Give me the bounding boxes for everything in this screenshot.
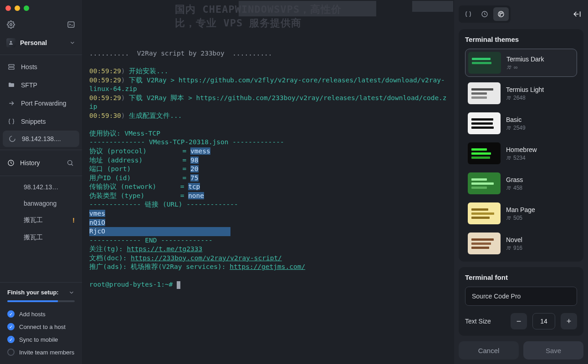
theme-name: Termius Dark: [506, 56, 544, 63]
tab-snippets[interactable]: [460, 7, 476, 21]
svg-point-0: [10, 24, 12, 26]
nav-history[interactable]: History: [0, 153, 82, 173]
settings-panel: Terminal themes Termius Dark ∞Termius Li…: [454, 0, 588, 364]
theme-item[interactable]: Grass 458: [465, 170, 577, 197]
themes-section: Terminal themes Termius Dark ∞Termius Li…: [459, 29, 583, 262]
theme-usage-count: 916: [506, 245, 522, 251]
theme-item[interactable]: Man Page 505: [465, 200, 577, 227]
svg-point-11: [501, 13, 502, 14]
cancel-button[interactable]: Cancel: [459, 341, 519, 359]
active-host-label: 98.142.138....: [22, 135, 61, 142]
svg-point-23: [507, 216, 509, 217]
window-close-button[interactable]: [5, 5, 11, 11]
link-doc[interactable]: https://233boy.com/v2ray/v2ray-script/: [131, 254, 282, 262]
terminal-icon[interactable]: [66, 20, 76, 29]
svg-rect-4: [9, 67, 14, 69]
svg-point-16: [509, 96, 511, 97]
terminal-pane[interactable]: 国内 CHEAPWINDOWSVPS，高性价比，专业 VPS 服务提供商 ...…: [82, 0, 454, 364]
theme-name: Man Page: [506, 206, 535, 213]
svg-point-9: [498, 11, 504, 17]
theme-usage-count: 458: [506, 185, 523, 191]
history-item[interactable]: banwagong: [4, 195, 82, 212]
nav-snippets[interactable]: Snippets: [0, 112, 82, 131]
theme-usage-count: 505: [506, 215, 535, 221]
link-ads[interactable]: https://getjms.com/: [230, 263, 305, 270]
svg-point-20: [509, 156, 511, 157]
nav-sftp[interactable]: SFTP: [0, 76, 82, 94]
theme-item[interactable]: Basic 2549: [465, 110, 577, 137]
theme-name: Grass: [506, 176, 523, 183]
collapse-panel-button[interactable]: [571, 8, 583, 20]
circle-icon: [7, 349, 15, 356]
theme-item[interactable]: Termius Dark ∞: [465, 49, 577, 77]
font-section: Terminal font Text Size − 14 +: [459, 267, 583, 336]
svg-point-13: [508, 66, 509, 67]
chevron-down-icon[interactable]: [68, 289, 75, 296]
svg-rect-1: [68, 22, 74, 27]
text-size-label: Text Size: [465, 318, 505, 325]
theme-thumb-icon: [468, 52, 501, 74]
tab-appearance[interactable]: [493, 7, 509, 21]
svg-point-21: [507, 186, 509, 187]
check-icon: ✓: [7, 323, 15, 330]
chevron-down-icon: [69, 40, 76, 46]
setup-item[interactable]: Invite team members: [7, 346, 75, 359]
svg-point-15: [507, 96, 509, 97]
theme-item[interactable]: Termius Light 2648: [465, 80, 577, 107]
setup-item[interactable]: ✓Add hosts: [7, 308, 75, 320]
setup-title: Finish your setup:: [7, 289, 59, 296]
font-field[interactable]: [465, 287, 577, 306]
history-list: 98.142.13… banwagong 搬瓦工! 搬瓦工: [0, 179, 82, 246]
theme-usage-count: 5234: [506, 155, 537, 161]
tab-history[interactable]: [477, 7, 492, 21]
theme-thumb-icon: [468, 82, 501, 104]
profile-selector[interactable]: Personal: [0, 34, 82, 52]
check-icon: ✓: [7, 336, 15, 343]
history-item[interactable]: 搬瓦工: [4, 229, 82, 246]
setup-item[interactable]: ✓Connect to a host: [7, 320, 75, 333]
link-telegram[interactable]: https://t.me/tg2333: [127, 245, 202, 253]
profile-avatar-icon: [6, 38, 15, 47]
setup-item[interactable]: ✓Sync to mobile: [7, 333, 75, 346]
svg-point-14: [510, 66, 511, 67]
text-size-value[interactable]: 14: [532, 313, 555, 329]
history-item[interactable]: 98.142.13…: [4, 179, 82, 195]
hosts-icon: [7, 63, 15, 71]
forward-icon: [7, 100, 15, 107]
profile-name: Personal: [20, 39, 65, 46]
search-icon[interactable]: [66, 158, 75, 167]
nav-hosts[interactable]: Hosts: [0, 58, 82, 76]
setup-progress: Finish your setup: ✓Add hosts ✓Connect t…: [0, 282, 82, 364]
svg-point-24: [509, 216, 511, 217]
history-label: History: [20, 159, 60, 167]
clock-icon: [7, 159, 15, 167]
svg-point-7: [68, 161, 72, 165]
svg-point-2: [10, 41, 12, 43]
terminal-prompt: root@proud-bytes-1:~#: [89, 281, 177, 288]
spinner-icon: [8, 135, 16, 142]
font-heading: Terminal font: [465, 273, 577, 281]
save-button[interactable]: Save: [523, 341, 583, 359]
decrease-size-button[interactable]: −: [511, 313, 527, 329]
svg-point-22: [509, 186, 511, 187]
history-item[interactable]: 搬瓦工!: [4, 212, 82, 229]
theme-name: Homebrew: [506, 146, 537, 153]
sidebar: Personal Hosts SFTP Port Forwarding Snip…: [0, 0, 82, 364]
theme-item[interactable]: Novel 916: [465, 230, 577, 257]
theme-item[interactable]: Homebrew 5234: [465, 140, 577, 167]
settings-icon[interactable]: [6, 20, 15, 29]
nav-port-forwarding[interactable]: Port Forwarding: [0, 94, 82, 112]
svg-point-5: [10, 136, 15, 142]
window-maximize-button[interactable]: [24, 5, 29, 11]
theme-usage-count: 2549: [506, 125, 526, 131]
check-icon: ✓: [7, 310, 15, 318]
theme-name: Basic: [506, 116, 526, 123]
active-session-tab[interactable]: 98.142.138....: [3, 131, 79, 147]
svg-point-19: [507, 156, 509, 157]
increase-size-button[interactable]: +: [561, 313, 577, 329]
theme-thumb-icon: [468, 142, 501, 164]
nav-label: Hosts: [21, 63, 37, 71]
nav-label: SFTP: [21, 81, 37, 89]
terminal-output: .......... V2Ray script by 233boy ......…: [89, 40, 447, 298]
window-minimize-button[interactable]: [15, 5, 20, 11]
